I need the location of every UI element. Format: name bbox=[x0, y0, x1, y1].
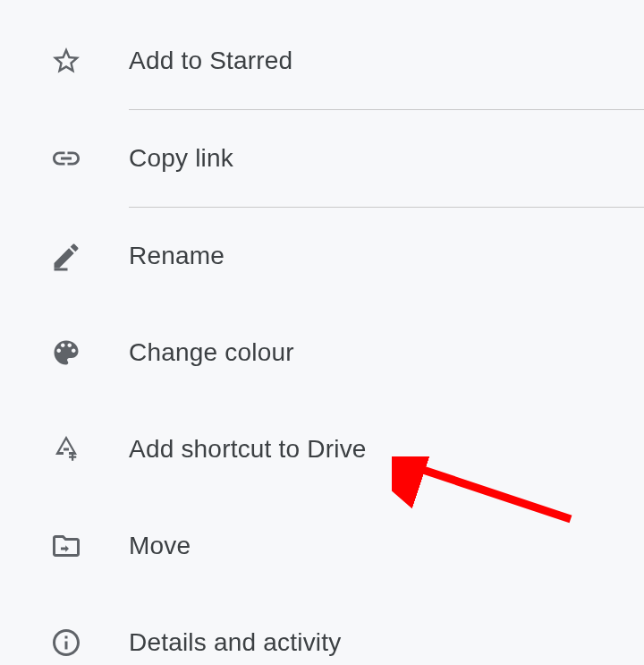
menu-item-label: Add to Starred bbox=[129, 47, 292, 75]
menu-item-label: Add shortcut to Drive bbox=[129, 435, 367, 464]
pencil-icon bbox=[50, 240, 82, 272]
star-icon bbox=[50, 45, 82, 77]
context-menu: Add to Starred Copy link Rename Change c… bbox=[0, 0, 644, 665]
folder-move-icon bbox=[50, 530, 82, 562]
menu-item-change-colour[interactable]: Change colour bbox=[0, 304, 644, 401]
info-icon bbox=[50, 627, 82, 659]
shortcut-icon bbox=[50, 433, 82, 465]
link-icon bbox=[50, 142, 82, 175]
menu-item-add-shortcut[interactable]: Add shortcut to Drive bbox=[0, 401, 644, 498]
menu-item-copy-link[interactable]: Copy link bbox=[0, 110, 644, 207]
menu-item-add-to-starred[interactable]: Add to Starred bbox=[0, 13, 644, 109]
menu-item-label: Change colour bbox=[129, 338, 294, 367]
menu-item-rename[interactable]: Rename bbox=[0, 208, 644, 304]
menu-item-label: Copy link bbox=[129, 144, 233, 173]
menu-item-move[interactable]: Move bbox=[0, 498, 644, 594]
menu-item-label: Move bbox=[129, 532, 191, 560]
menu-item-label: Details and activity bbox=[129, 628, 341, 657]
menu-item-details-activity[interactable]: Details and activity bbox=[0, 594, 644, 665]
menu-item-label: Rename bbox=[129, 242, 225, 270]
palette-icon bbox=[50, 337, 82, 369]
